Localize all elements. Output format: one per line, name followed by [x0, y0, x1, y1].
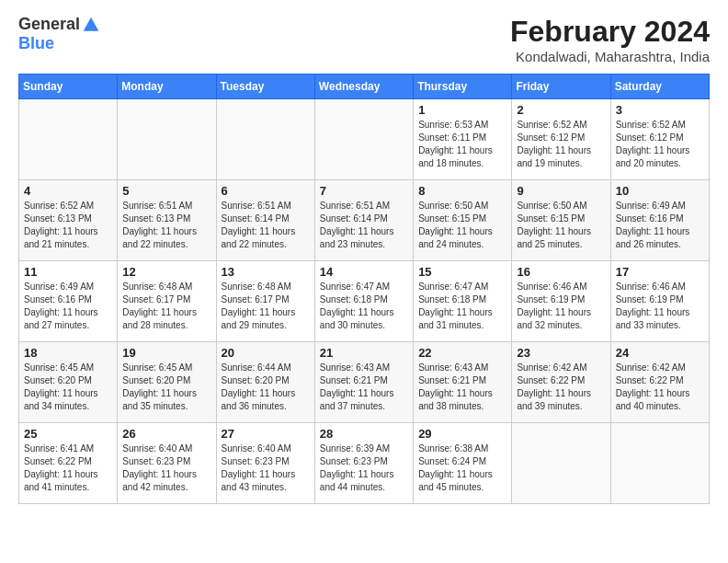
col-tuesday: Tuesday: [216, 75, 314, 99]
table-row: 17Sunrise: 6:46 AM Sunset: 6:19 PM Dayli…: [610, 261, 709, 342]
table-row: [512, 423, 610, 504]
day-number: 9: [517, 184, 605, 198]
day-number: 28: [320, 427, 408, 441]
table-row: 3Sunrise: 6:52 AM Sunset: 6:12 PM Daylig…: [610, 99, 709, 180]
table-row: 16Sunrise: 6:46 AM Sunset: 6:19 PM Dayli…: [512, 261, 610, 342]
day-info: Sunrise: 6:43 AM Sunset: 6:21 PM Dayligh…: [320, 362, 408, 413]
day-number: 18: [24, 346, 112, 360]
day-number: 15: [418, 265, 506, 279]
day-info: Sunrise: 6:45 AM Sunset: 6:20 PM Dayligh…: [122, 362, 210, 413]
col-monday: Monday: [118, 75, 216, 99]
day-info: Sunrise: 6:48 AM Sunset: 6:17 PM Dayligh…: [122, 281, 210, 332]
day-number: 21: [320, 346, 408, 360]
calendar-table: Sunday Monday Tuesday Wednesday Thursday…: [18, 74, 710, 504]
day-number: 12: [122, 265, 210, 279]
table-row: 14Sunrise: 6:47 AM Sunset: 6:18 PM Dayli…: [314, 261, 413, 342]
header: General Blue February 2024 Kondalwadi, M…: [18, 15, 710, 64]
table-row: [610, 423, 709, 504]
table-row: [19, 99, 118, 180]
day-number: 5: [122, 184, 210, 198]
day-number: 3: [616, 103, 704, 117]
col-thursday: Thursday: [414, 75, 512, 99]
calendar-week-row: 1Sunrise: 6:53 AM Sunset: 6:11 PM Daylig…: [19, 99, 710, 180]
day-number: 11: [24, 265, 112, 279]
calendar-week-row: 25Sunrise: 6:41 AM Sunset: 6:22 PM Dayli…: [19, 423, 710, 504]
day-info: Sunrise: 6:47 AM Sunset: 6:18 PM Dayligh…: [320, 281, 408, 332]
table-row: 15Sunrise: 6:47 AM Sunset: 6:18 PM Dayli…: [414, 261, 512, 342]
day-info: Sunrise: 6:42 AM Sunset: 6:22 PM Dayligh…: [517, 362, 605, 413]
day-number: 20: [222, 346, 310, 360]
logo-general-text: General: [18, 15, 80, 34]
day-info: Sunrise: 6:40 AM Sunset: 6:23 PM Dayligh…: [222, 442, 310, 494]
day-number: 10: [616, 184, 704, 198]
day-info: Sunrise: 6:52 AM Sunset: 6:12 PM Dayligh…: [517, 119, 605, 170]
calendar-week-row: 11Sunrise: 6:49 AM Sunset: 6:16 PM Dayli…: [19, 261, 710, 342]
table-row: 22Sunrise: 6:43 AM Sunset: 6:21 PM Dayli…: [414, 342, 512, 423]
day-info: Sunrise: 6:43 AM Sunset: 6:21 PM Dayligh…: [418, 362, 506, 413]
day-info: Sunrise: 6:41 AM Sunset: 6:22 PM Dayligh…: [24, 442, 112, 494]
logo-blue-text: Blue: [18, 34, 54, 53]
table-row: 1Sunrise: 6:53 AM Sunset: 6:11 PM Daylig…: [414, 99, 512, 180]
day-info: Sunrise: 6:47 AM Sunset: 6:18 PM Dayligh…: [418, 281, 506, 332]
table-row: 18Sunrise: 6:45 AM Sunset: 6:20 PM Dayli…: [19, 342, 118, 423]
day-number: 17: [616, 265, 704, 279]
table-row: 12Sunrise: 6:48 AM Sunset: 6:17 PM Dayli…: [118, 261, 216, 342]
calendar-week-row: 4Sunrise: 6:52 AM Sunset: 6:13 PM Daylig…: [19, 180, 710, 261]
day-number: 22: [418, 346, 506, 360]
day-info: Sunrise: 6:39 AM Sunset: 6:23 PM Dayligh…: [320, 442, 408, 494]
col-sunday: Sunday: [19, 75, 118, 99]
table-row: 27Sunrise: 6:40 AM Sunset: 6:23 PM Dayli…: [216, 423, 314, 504]
table-row: 29Sunrise: 6:38 AM Sunset: 6:24 PM Dayli…: [414, 423, 512, 504]
table-row: 9Sunrise: 6:50 AM Sunset: 6:15 PM Daylig…: [512, 180, 610, 261]
day-info: Sunrise: 6:40 AM Sunset: 6:23 PM Dayligh…: [122, 442, 210, 494]
svg-marker-0: [84, 17, 99, 30]
table-row: 8Sunrise: 6:50 AM Sunset: 6:15 PM Daylig…: [414, 180, 512, 261]
day-number: 2: [517, 103, 605, 117]
table-row: 6Sunrise: 6:51 AM Sunset: 6:14 PM Daylig…: [216, 180, 314, 261]
day-number: 24: [616, 346, 704, 360]
table-row: [314, 99, 413, 180]
day-number: 13: [222, 265, 310, 279]
day-number: 26: [122, 427, 210, 441]
day-info: Sunrise: 6:51 AM Sunset: 6:14 PM Dayligh…: [222, 200, 310, 251]
logo-icon: [82, 16, 100, 34]
calendar-page: General Blue February 2024 Kondalwadi, M…: [0, 0, 728, 563]
day-number: 25: [24, 427, 112, 441]
day-info: Sunrise: 6:48 AM Sunset: 6:17 PM Dayligh…: [222, 281, 310, 332]
table-row: 11Sunrise: 6:49 AM Sunset: 6:16 PM Dayli…: [19, 261, 118, 342]
table-row: [118, 99, 216, 180]
day-info: Sunrise: 6:49 AM Sunset: 6:16 PM Dayligh…: [24, 281, 112, 332]
day-info: Sunrise: 6:50 AM Sunset: 6:15 PM Dayligh…: [418, 200, 506, 251]
day-info: Sunrise: 6:46 AM Sunset: 6:19 PM Dayligh…: [517, 281, 605, 332]
table-row: 13Sunrise: 6:48 AM Sunset: 6:17 PM Dayli…: [216, 261, 314, 342]
day-info: Sunrise: 6:52 AM Sunset: 6:12 PM Dayligh…: [616, 119, 704, 170]
day-number: 16: [517, 265, 605, 279]
table-row: [216, 99, 314, 180]
table-row: 20Sunrise: 6:44 AM Sunset: 6:20 PM Dayli…: [216, 342, 314, 423]
day-number: 4: [24, 184, 112, 198]
day-number: 6: [222, 184, 310, 198]
day-info: Sunrise: 6:52 AM Sunset: 6:13 PM Dayligh…: [24, 200, 112, 251]
table-row: 7Sunrise: 6:51 AM Sunset: 6:14 PM Daylig…: [314, 180, 413, 261]
day-info: Sunrise: 6:49 AM Sunset: 6:16 PM Dayligh…: [616, 200, 704, 251]
table-row: 2Sunrise: 6:52 AM Sunset: 6:12 PM Daylig…: [512, 99, 610, 180]
col-wednesday: Wednesday: [314, 75, 413, 99]
table-row: 5Sunrise: 6:51 AM Sunset: 6:13 PM Daylig…: [118, 180, 216, 261]
location: Kondalwadi, Maharashtra, India: [510, 49, 710, 64]
table-row: 23Sunrise: 6:42 AM Sunset: 6:22 PM Dayli…: [512, 342, 610, 423]
table-row: 25Sunrise: 6:41 AM Sunset: 6:22 PM Dayli…: [19, 423, 118, 504]
day-number: 7: [320, 184, 408, 198]
day-info: Sunrise: 6:45 AM Sunset: 6:20 PM Dayligh…: [24, 362, 112, 413]
col-friday: Friday: [512, 75, 610, 99]
day-number: 29: [418, 427, 506, 441]
day-number: 19: [122, 346, 210, 360]
table-row: 4Sunrise: 6:52 AM Sunset: 6:13 PM Daylig…: [19, 180, 118, 261]
month-year: February 2024: [510, 15, 710, 49]
table-row: 10Sunrise: 6:49 AM Sunset: 6:16 PM Dayli…: [610, 180, 709, 261]
table-row: 24Sunrise: 6:42 AM Sunset: 6:22 PM Dayli…: [610, 342, 709, 423]
day-number: 23: [517, 346, 605, 360]
day-info: Sunrise: 6:46 AM Sunset: 6:19 PM Dayligh…: [616, 281, 704, 332]
day-number: 14: [320, 265, 408, 279]
day-info: Sunrise: 6:51 AM Sunset: 6:14 PM Dayligh…: [320, 200, 408, 251]
table-row: 21Sunrise: 6:43 AM Sunset: 6:21 PM Dayli…: [314, 342, 413, 423]
